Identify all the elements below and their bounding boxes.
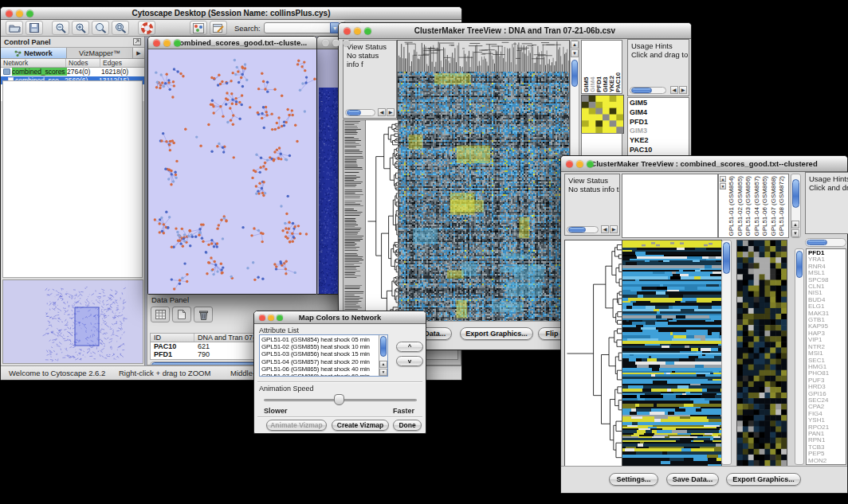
tv2-genelist-vscroll-thumb[interactable] — [796, 251, 803, 278]
help-button[interactable] — [138, 21, 155, 35]
scroll-up-icon[interactable]: ▲ — [379, 361, 387, 368]
zoom-window-icon[interactable] — [174, 39, 181, 46]
tv2-zoom-heatmap[interactable] — [736, 240, 787, 467]
tv2-gene-list[interactable]: PFD1YRA1RNR4MSL1SPC98CLN1NIS1BUD4ELG1MAK… — [806, 248, 846, 465]
vizmapper-shortcut-button[interactable] — [190, 21, 207, 35]
move-down-button[interactable]: v — [396, 356, 423, 366]
tv1-heatmap[interactable] — [397, 72, 570, 322]
close-icon[interactable] — [6, 10, 13, 17]
tv1-hints-scrollbar[interactable] — [630, 87, 666, 94]
scroll-up-icon[interactable]: ▲ — [791, 221, 799, 229]
network-overview[interactable] — [2, 279, 143, 364]
tv2-header-vscrollbar[interactable]: ▲ ▼ — [791, 174, 801, 238]
treeview1-title-bar[interactable]: ClusterMaker TreeView : DNA and Tran 07-… — [339, 23, 691, 39]
animate-vizmap-button[interactable]: Animate Vizmap — [266, 420, 327, 431]
minimize-icon[interactable] — [332, 39, 340, 46]
tv2-status-scroll-thumb[interactable] — [568, 227, 586, 232]
export-graphics-button[interactable]: Export Graphics... — [726, 473, 801, 486]
zoom-out-button[interactable] — [52, 21, 69, 35]
tv1-col-label[interactable]: GIM3 — [602, 76, 608, 92]
create-vizmap-button[interactable]: Create Vizmap — [332, 420, 389, 431]
tv2-heatmap[interactable] — [622, 240, 722, 467]
tv1-col-label[interactable]: GIM5 — [583, 76, 589, 92]
annotation-button[interactable] — [210, 21, 227, 35]
minimize-icon[interactable] — [268, 315, 274, 321]
zoom-window-icon[interactable] — [587, 160, 594, 167]
tv2-vscroll-thumb[interactable] — [723, 242, 730, 274]
zoom-fit-button[interactable] — [92, 21, 109, 35]
zoom-selected-button[interactable] — [112, 21, 129, 35]
tv2-col-header[interactable]: GPL51-06 (GSM865) — [761, 176, 770, 236]
float-panel-icon[interactable] — [133, 38, 141, 45]
tv2-header-scroll-thumb[interactable] — [792, 179, 799, 208]
delete-attribute-button[interactable] — [194, 307, 213, 322]
attribute-list-scrollbar[interactable]: ▲ ▼ — [379, 335, 387, 376]
scroll-right-icon[interactable]: ▶ — [610, 225, 618, 233]
gene-label[interactable]: GIM4 — [628, 108, 689, 118]
tv1-col-label[interactable]: PAC10 — [614, 72, 621, 92]
save-session-button[interactable] — [26, 21, 43, 35]
open-session-button[interactable] — [6, 21, 23, 35]
attribute-item[interactable]: GPL51-01 (GSM854) heat shock 05 min — [260, 336, 387, 343]
tv1-col-label[interactable]: PFD1 — [595, 76, 602, 92]
gene-label[interactable]: PAC10 — [628, 146, 689, 155]
speed-slider-thumb[interactable] — [334, 394, 344, 405]
tv1-vscroll-thumb[interactable] — [571, 60, 578, 87]
move-up-button[interactable]: ^ — [396, 342, 423, 352]
tv1-col-label[interactable]: GIM4 — [589, 76, 595, 92]
zoom-window-icon[interactable] — [364, 27, 371, 34]
scroll-down-icon[interactable]: ▼ — [791, 229, 799, 237]
tv2-col-header[interactable]: GPL51-02 (GSM855) — [736, 176, 745, 236]
scroll-down-icon[interactable]: ▼ — [720, 183, 726, 189]
network-view-title-bar[interactable]: combined_scores_good.txt--cluste... — [148, 37, 316, 49]
attribute-item[interactable]: GPL51-03 (GSM856) heat shock 15 min — [260, 350, 387, 357]
zoom-window-icon[interactable] — [343, 39, 350, 46]
gene-label[interactable]: MON2 — [807, 458, 846, 464]
network-graph-canvas[interactable] — [148, 49, 316, 294]
tv1-status-scroll-thumb[interactable] — [347, 110, 361, 115]
scroll-up-icon[interactable]: ▲ — [720, 176, 726, 182]
tv2-col-header[interactable]: GPL51-03 (GSM856) — [744, 176, 753, 236]
select-attributes-button[interactable] — [151, 307, 170, 322]
tv1-col-label[interactable]: YKE2 — [608, 76, 614, 92]
create-attribute-button[interactable] — [172, 307, 191, 322]
tv1-mini-heatmap[interactable] — [581, 95, 624, 134]
network-overview-canvas[interactable] — [3, 280, 143, 363]
gene-label[interactable]: GIM3 — [628, 127, 689, 136]
scroll-left-icon[interactable]: ◀ — [378, 108, 386, 116]
col-id[interactable]: ID — [151, 334, 194, 342]
scroll-right-icon[interactable]: ▶ — [679, 86, 687, 94]
main-title-bar[interactable]: Cytoscape Desktop (Session Name: collins… — [1, 7, 461, 20]
close-icon[interactable] — [344, 27, 351, 34]
settings-button[interactable]: Settings... — [609, 473, 658, 486]
export-graphics-button[interactable]: Export Graphics... — [460, 327, 533, 340]
attribute-list[interactable]: GPL51-01 (GSM854) heat shock 05 minGPL51… — [259, 334, 388, 377]
save-data-button[interactable]: Save Data... — [666, 473, 719, 486]
treeview2-title-bar[interactable]: ClusterMaker TreeView : combined_scores_… — [561, 156, 847, 172]
tv1-row-labels-strip[interactable] — [343, 119, 366, 322]
tv2-genelist-hscroll-thumb[interactable] — [807, 240, 827, 245]
tv1-status-scrollbar[interactable] — [345, 109, 375, 116]
zoom-in-button[interactable] — [72, 21, 89, 35]
scroll-left-icon[interactable]: ◀ — [670, 86, 678, 94]
tv2-genelist-vscrollbar[interactable] — [795, 248, 804, 465]
close-icon[interactable] — [153, 39, 160, 46]
tab-overflow-button[interactable]: ▶ — [133, 48, 144, 58]
tv2-vscrollbar[interactable] — [721, 240, 732, 465]
close-icon[interactable] — [322, 39, 329, 46]
minimize-icon[interactable] — [16, 10, 23, 17]
tv2-genelist-hscrollbar[interactable] — [805, 238, 846, 247]
col-nodes[interactable]: Nodes — [66, 59, 100, 67]
gene-label[interactable]: PFD1 — [628, 118, 689, 127]
attribute-item[interactable]: GPL51-07 (GSM868) heat shock 60 min — [260, 373, 387, 377]
tv1-row-dendrogram[interactable] — [365, 119, 398, 322]
scroll-down-icon[interactable]: ▼ — [379, 369, 387, 376]
col-edges[interactable]: Edges — [100, 59, 143, 67]
tv2-row-dendrogram[interactable] — [564, 240, 622, 467]
minimize-icon[interactable] — [163, 39, 171, 46]
close-icon[interactable] — [259, 315, 265, 321]
tv1-column-dendrogram[interactable] — [397, 40, 570, 72]
tv2-top-dendrogram-area[interactable] — [622, 174, 718, 238]
network-table-header[interactable]: Network Nodes Edges — [1, 59, 144, 68]
tab-vizmapper[interactable]: VizMapper™ — [67, 48, 133, 58]
